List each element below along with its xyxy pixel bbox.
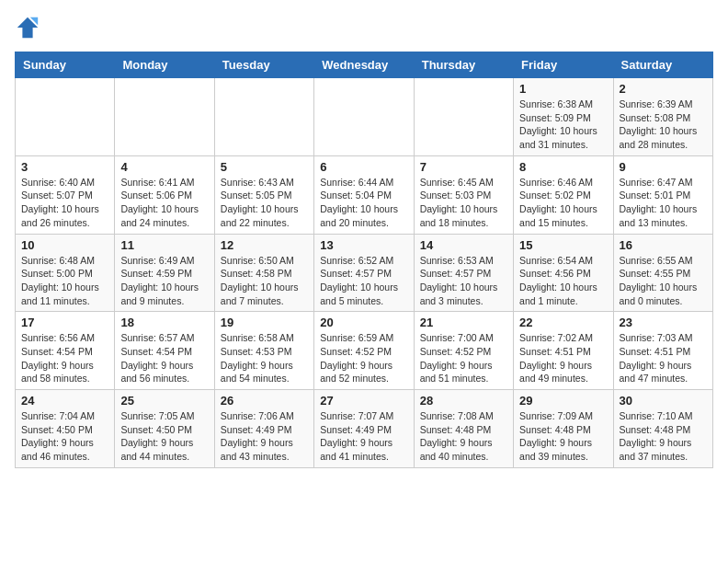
- calendar-cell: 20Sunrise: 6:59 AM Sunset: 4:52 PM Dayli…: [314, 312, 414, 390]
- day-number: 26: [221, 394, 308, 408]
- day-info: Sunrise: 6:43 AM Sunset: 5:05 PM Dayligh…: [221, 176, 308, 230]
- weekday-header-wednesday: Wednesday: [314, 52, 414, 78]
- day-info: Sunrise: 6:56 AM Sunset: 4:54 PM Dayligh…: [21, 331, 108, 385]
- calendar-cell: 30Sunrise: 7:10 AM Sunset: 4:48 PM Dayli…: [613, 390, 712, 468]
- calendar-cell: 21Sunrise: 7:00 AM Sunset: 4:52 PM Dayli…: [414, 312, 513, 390]
- day-info: Sunrise: 6:54 AM Sunset: 4:56 PM Dayligh…: [519, 254, 607, 308]
- day-number: 18: [120, 316, 208, 329]
- day-info: Sunrise: 7:04 AM Sunset: 4:50 PM Dayligh…: [21, 409, 108, 464]
- day-info: Sunrise: 6:44 AM Sunset: 5:04 PM Dayligh…: [320, 176, 407, 230]
- day-info: Sunrise: 6:40 AM Sunset: 5:07 PM Dayligh…: [21, 176, 108, 230]
- calendar-cell: 22Sunrise: 7:02 AM Sunset: 4:51 PM Dayli…: [514, 312, 613, 390]
- calendar-cell: 3Sunrise: 6:40 AM Sunset: 5:07 PM Daylig…: [16, 155, 115, 234]
- weekday-header-thursday: Thursday: [414, 52, 513, 78]
- day-number: 11: [120, 238, 208, 252]
- calendar-cell: 4Sunrise: 6:41 AM Sunset: 5:06 PM Daylig…: [115, 155, 214, 234]
- calendar-cell: 10Sunrise: 6:48 AM Sunset: 5:00 PM Dayli…: [16, 234, 115, 312]
- calendar-cell: 7Sunrise: 6:45 AM Sunset: 5:03 PM Daylig…: [414, 155, 513, 234]
- day-number: 2: [620, 82, 707, 96]
- day-info: Sunrise: 6:38 AM Sunset: 5:09 PM Dayligh…: [519, 98, 607, 152]
- weekday-header-row: SundayMondayTuesdayWednesdayThursdayFrid…: [16, 52, 713, 78]
- day-info: Sunrise: 6:45 AM Sunset: 5:03 PM Dayligh…: [420, 176, 507, 230]
- day-number: 10: [21, 238, 108, 252]
- day-number: 4: [120, 160, 208, 174]
- day-info: Sunrise: 7:10 AM Sunset: 4:48 PM Dayligh…: [620, 409, 707, 464]
- calendar-cell: 19Sunrise: 6:58 AM Sunset: 4:53 PM Dayli…: [214, 312, 313, 390]
- day-info: Sunrise: 6:53 AM Sunset: 4:57 PM Dayligh…: [420, 254, 507, 308]
- calendar-cell: 8Sunrise: 6:46 AM Sunset: 5:02 PM Daylig…: [514, 155, 613, 234]
- day-number: 13: [320, 238, 407, 252]
- weekday-header-saturday: Saturday: [613, 52, 712, 78]
- logo: [15, 15, 44, 40]
- day-number: 19: [221, 316, 308, 329]
- weekday-header-monday: Monday: [115, 52, 214, 78]
- calendar-cell: 23Sunrise: 7:03 AM Sunset: 4:51 PM Dayli…: [613, 312, 712, 390]
- day-info: Sunrise: 6:46 AM Sunset: 5:02 PM Dayligh…: [519, 176, 607, 230]
- logo-icon: [15, 15, 40, 40]
- calendar-cell: 17Sunrise: 6:56 AM Sunset: 4:54 PM Dayli…: [16, 312, 115, 390]
- calendar-cell: 9Sunrise: 6:47 AM Sunset: 5:01 PM Daylig…: [613, 155, 712, 234]
- day-number: 29: [519, 394, 607, 408]
- day-info: Sunrise: 6:57 AM Sunset: 4:54 PM Dayligh…: [120, 331, 208, 385]
- calendar-cell: [214, 78, 313, 156]
- calendar-cell: [314, 78, 414, 156]
- day-info: Sunrise: 7:06 AM Sunset: 4:49 PM Dayligh…: [221, 409, 308, 464]
- day-info: Sunrise: 7:07 AM Sunset: 4:49 PM Dayligh…: [320, 409, 407, 464]
- day-number: 30: [620, 394, 707, 408]
- calendar-cell: 26Sunrise: 7:06 AM Sunset: 4:49 PM Dayli…: [214, 390, 313, 468]
- calendar-cell: 2Sunrise: 6:39 AM Sunset: 5:08 PM Daylig…: [613, 78, 712, 156]
- calendar-week-row: 10Sunrise: 6:48 AM Sunset: 5:00 PM Dayli…: [16, 234, 713, 312]
- calendar-cell: 13Sunrise: 6:52 AM Sunset: 4:57 PM Dayli…: [314, 234, 414, 312]
- day-info: Sunrise: 6:47 AM Sunset: 5:01 PM Dayligh…: [620, 176, 707, 230]
- day-info: Sunrise: 7:03 AM Sunset: 4:51 PM Dayligh…: [620, 331, 707, 385]
- day-number: 24: [21, 394, 108, 408]
- day-info: Sunrise: 6:50 AM Sunset: 4:58 PM Dayligh…: [221, 254, 308, 308]
- day-number: 16: [620, 238, 707, 252]
- page-header: [15, 15, 713, 40]
- calendar-cell: 15Sunrise: 6:54 AM Sunset: 4:56 PM Dayli…: [514, 234, 613, 312]
- day-info: Sunrise: 6:48 AM Sunset: 5:00 PM Dayligh…: [21, 254, 108, 308]
- day-info: Sunrise: 7:02 AM Sunset: 4:51 PM Dayligh…: [519, 331, 607, 385]
- weekday-header-sunday: Sunday: [16, 52, 115, 78]
- calendar-cell: 1Sunrise: 6:38 AM Sunset: 5:09 PM Daylig…: [514, 78, 613, 156]
- day-number: 3: [21, 160, 108, 174]
- day-number: 7: [420, 160, 507, 174]
- day-number: 22: [519, 316, 607, 329]
- calendar-cell: 14Sunrise: 6:53 AM Sunset: 4:57 PM Dayli…: [414, 234, 513, 312]
- day-number: 9: [620, 160, 707, 174]
- calendar-week-row: 17Sunrise: 6:56 AM Sunset: 4:54 PM Dayli…: [16, 312, 713, 390]
- calendar-cell: 27Sunrise: 7:07 AM Sunset: 4:49 PM Dayli…: [314, 390, 414, 468]
- day-info: Sunrise: 7:05 AM Sunset: 4:50 PM Dayligh…: [120, 409, 208, 464]
- calendar-cell: 5Sunrise: 6:43 AM Sunset: 5:05 PM Daylig…: [214, 155, 313, 234]
- calendar-cell: 12Sunrise: 6:50 AM Sunset: 4:58 PM Dayli…: [214, 234, 313, 312]
- day-info: Sunrise: 6:41 AM Sunset: 5:06 PM Dayligh…: [120, 176, 208, 230]
- calendar-cell: 18Sunrise: 6:57 AM Sunset: 4:54 PM Dayli…: [115, 312, 214, 390]
- day-info: Sunrise: 6:49 AM Sunset: 4:59 PM Dayligh…: [120, 254, 208, 308]
- day-number: 20: [320, 316, 407, 329]
- day-number: 14: [420, 238, 507, 252]
- calendar-cell: 11Sunrise: 6:49 AM Sunset: 4:59 PM Dayli…: [115, 234, 214, 312]
- day-number: 25: [120, 394, 208, 408]
- day-number: 1: [519, 82, 607, 96]
- day-info: Sunrise: 6:58 AM Sunset: 4:53 PM Dayligh…: [221, 331, 308, 385]
- day-number: 27: [320, 394, 407, 408]
- day-number: 6: [320, 160, 407, 174]
- calendar-cell: 6Sunrise: 6:44 AM Sunset: 5:04 PM Daylig…: [314, 155, 414, 234]
- day-info: Sunrise: 7:00 AM Sunset: 4:52 PM Dayligh…: [420, 331, 507, 385]
- calendar-cell: 29Sunrise: 7:09 AM Sunset: 4:48 PM Dayli…: [514, 390, 613, 468]
- day-number: 28: [420, 394, 507, 408]
- day-info: Sunrise: 7:09 AM Sunset: 4:48 PM Dayligh…: [519, 409, 607, 464]
- weekday-header-friday: Friday: [514, 52, 613, 78]
- calendar-cell: [115, 78, 214, 156]
- calendar-cell: 24Sunrise: 7:04 AM Sunset: 4:50 PM Dayli…: [16, 390, 115, 468]
- day-number: 23: [620, 316, 707, 329]
- day-info: Sunrise: 7:08 AM Sunset: 4:48 PM Dayligh…: [420, 409, 507, 464]
- day-number: 8: [519, 160, 607, 174]
- day-number: 15: [519, 238, 607, 252]
- day-number: 21: [420, 316, 507, 329]
- calendar-cell: [16, 78, 115, 156]
- calendar-cell: [414, 78, 513, 156]
- day-info: Sunrise: 6:59 AM Sunset: 4:52 PM Dayligh…: [320, 331, 407, 385]
- day-number: 5: [221, 160, 308, 174]
- day-info: Sunrise: 6:55 AM Sunset: 4:55 PM Dayligh…: [620, 254, 707, 308]
